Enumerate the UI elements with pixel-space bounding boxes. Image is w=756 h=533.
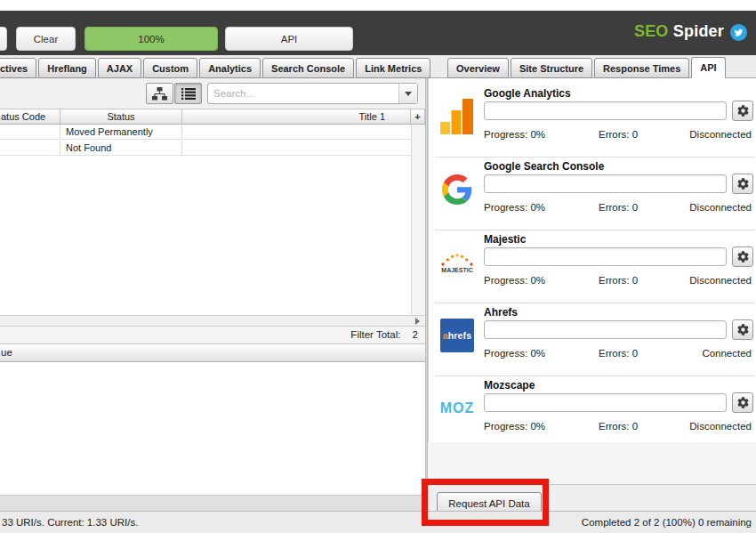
service-mozscape: MOZ Mozscape Progress: 0% Errors: 0 Disc…	[429, 376, 756, 449]
service-progress-bar	[484, 174, 727, 193]
service-title: Google Search Console	[484, 160, 604, 173]
tab-api[interactable]: API	[691, 57, 725, 78]
add-column-button[interactable]: +	[411, 109, 425, 124]
api-button[interactable]: API	[225, 27, 353, 51]
service-settings-button[interactable]	[732, 392, 753, 413]
gear-icon	[736, 250, 750, 263]
service-progress-text: Progress: 0%	[484, 129, 545, 140]
service-title: Mozscape	[484, 379, 535, 392]
tab-site-structure[interactable]: Site Structure	[511, 58, 592, 78]
arrow-right-icon	[415, 318, 420, 325]
left-panel-toolbar	[0, 78, 425, 109]
service-errors-text: Errors: 0	[599, 348, 638, 359]
service-title: Google Analytics	[484, 87, 571, 100]
lower-horizontal-scrollbar[interactable]	[0, 495, 425, 511]
app-logo: SEO Spider	[634, 22, 724, 41]
table-row[interactable]: Not Found	[0, 141, 411, 156]
service-connection-status: Disconnected	[689, 202, 752, 213]
cell-title	[182, 141, 411, 155]
service-google-search-console: Google Search Console Progress: 0% Error…	[429, 157, 756, 230]
service-google-analytics: Google Analytics Progress: 0% Errors: 0 …	[429, 85, 756, 157]
service-progress-bar	[484, 247, 727, 266]
column-status[interactable]: Status	[60, 109, 182, 124]
filter-total-value: 2	[413, 329, 418, 340]
brand-seo-text: SEO	[634, 22, 669, 40]
service-errors-text: Errors: 0	[599, 421, 638, 432]
gear-icon	[736, 104, 750, 117]
service-progress-bar	[484, 101, 727, 120]
cell-status-code	[0, 141, 60, 155]
tab-custom[interactable]: Custom	[143, 58, 197, 78]
tab-search-console[interactable]: Search Console	[262, 58, 354, 78]
vertical-scrollbar[interactable]	[411, 125, 425, 315]
service-settings-button[interactable]	[732, 101, 753, 121]
column-status-code[interactable]: atus Code	[0, 109, 60, 124]
service-connection-status: Connected	[702, 348, 752, 359]
status-bar: 33 URI/s. Current: 1.33 URI/s. Completed…	[0, 511, 756, 533]
horizontal-scrollbar[interactable]	[0, 315, 425, 327]
service-settings-button[interactable]	[732, 246, 753, 267]
service-connection-status: Disconnected	[689, 275, 752, 286]
service-progress-text: Progress: 0%	[484, 348, 545, 359]
service-errors-text: Errors: 0	[599, 202, 638, 213]
service-title: Majestic	[484, 233, 526, 246]
tree-view-icon	[152, 87, 167, 101]
service-settings-button[interactable]	[732, 174, 753, 194]
cell-status: Not Found	[60, 141, 182, 155]
scroll-right-button[interactable]	[411, 317, 424, 326]
service-ahrefs: ahrefs Ahrefs Progress: 0% Errors: 0 Con…	[429, 303, 756, 376]
left-panel-tabs: ctives Hreflang AJAX Custom Analytics Se…	[0, 58, 432, 78]
cell-title	[182, 125, 411, 139]
service-stats: Progress: 0% Errors: 0 Disconnected	[429, 129, 756, 143]
table-header-row: atus Code Status Title 1 +	[0, 109, 425, 125]
right-panel-tabs: Overview Site Structure Response Times A…	[447, 57, 728, 78]
twitter-icon[interactable]	[730, 24, 747, 41]
tab-response-times[interactable]: Response Times	[594, 58, 689, 78]
table-row[interactable]: Moved Permanently	[0, 125, 411, 140]
service-errors-text: Errors: 0	[599, 129, 638, 140]
service-connection-status: Disconnected	[689, 129, 752, 140]
tab-link-metrics[interactable]: Link Metrics	[356, 58, 430, 78]
tab-band: ctives Hreflang AJAX Custom Analytics Se…	[0, 55, 756, 78]
api-panel-lower-area	[428, 442, 756, 484]
lower-panel-header: ue	[0, 345, 425, 362]
clear-button[interactable]: Clear	[16, 27, 76, 51]
gear-icon	[736, 323, 750, 336]
service-stats: Progress: 0% Errors: 0 Disconnected	[429, 275, 756, 289]
service-majestic: MAJESTIC Majestic Progress: 0% Errors: 0…	[429, 230, 756, 303]
top-toolbar: Clear 100% API SEO Spider	[0, 11, 756, 55]
service-stats: Progress: 0% Errors: 0 Disconnected	[429, 202, 756, 216]
tab-overview[interactable]: Overview	[447, 58, 509, 78]
service-settings-button[interactable]	[732, 319, 753, 340]
search-input[interactable]	[208, 84, 398, 103]
gear-icon	[736, 396, 750, 409]
service-errors-text: Errors: 0	[599, 275, 638, 286]
service-connection-status: Disconnected	[689, 421, 752, 432]
tab-ajax[interactable]: AJAX	[98, 58, 141, 78]
tree-view-button[interactable]	[146, 83, 173, 104]
cell-status-code	[0, 125, 60, 139]
cell-status: Moved Permanently	[60, 125, 182, 139]
service-progress-text: Progress: 0%	[484, 421, 545, 432]
api-panel: Google Analytics Progress: 0% Errors: 0 …	[428, 78, 756, 442]
column-title-1[interactable]: Title 1	[182, 109, 411, 124]
tab-analytics[interactable]: Analytics	[199, 58, 261, 78]
service-stats: Progress: 0% Errors: 0 Connected	[429, 348, 756, 362]
crawl-progress-button[interactable]: 100%	[84, 27, 218, 51]
tab-directives[interactable]: ctives	[0, 58, 36, 78]
list-view-button[interactable]	[174, 83, 202, 104]
search-options-dropdown[interactable]	[398, 84, 417, 103]
seo-spider-window: Clear 100% API SEO Spider ctives Hreflan…	[0, 0, 756, 533]
completed-status-text: Completed 2 of 2 (100%) 0 remaining	[582, 517, 752, 528]
svg-text:MAJESTIC: MAJESTIC	[441, 267, 472, 273]
filter-total-bar: Filter Total: 2	[0, 327, 425, 344]
search-box	[207, 83, 418, 104]
partial-button[interactable]	[0, 27, 7, 51]
list-view-icon	[181, 88, 196, 100]
api-button-row: Request API Data	[428, 484, 756, 511]
service-stats: Progress: 0% Errors: 0 Disconnected	[429, 421, 756, 435]
gear-icon	[736, 177, 750, 190]
tab-hreflang[interactable]: Hreflang	[38, 58, 96, 78]
brand-spider-text: Spider	[673, 22, 724, 40]
chevron-down-icon	[405, 92, 412, 96]
